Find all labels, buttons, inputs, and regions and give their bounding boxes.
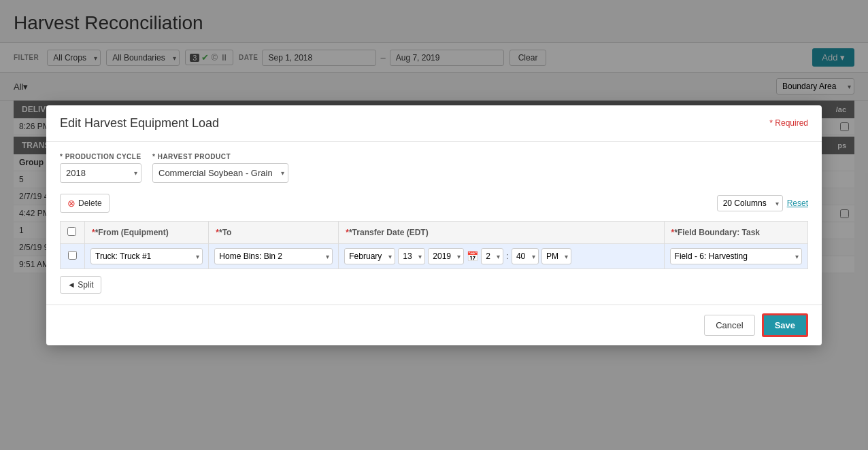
from-select[interactable]: Truck: Truck #1 xyxy=(90,248,203,264)
modal-footer: Cancel Save xyxy=(46,305,822,345)
minute-select-wrap[interactable]: 40 xyxy=(512,248,539,264)
from-select-wrap[interactable]: Truck: Truck #1 xyxy=(90,248,203,264)
required-label: * Required xyxy=(769,118,808,128)
period-select[interactable]: PM xyxy=(541,248,571,264)
col-to-header: **To xyxy=(209,221,339,243)
columns-select[interactable]: 20 Columns xyxy=(717,195,783,211)
harvest-product-group: * HARVEST PRODUCT Commercial Soybean - G… xyxy=(152,153,288,183)
select-all-checkbox[interactable] xyxy=(67,227,76,236)
delete-icon: ⊗ xyxy=(67,198,76,209)
columns-row: 20 Columns Reset xyxy=(717,195,808,211)
actions-row: ⊗ Delete 20 Columns Reset xyxy=(60,194,808,213)
year-select-wrap[interactable]: 2019 xyxy=(428,248,464,264)
field-boundary-cell: Field - 6: Harvesting xyxy=(664,243,807,269)
production-cycle-select[interactable]: 2018 xyxy=(60,163,141,183)
date-group: February 13 2019 xyxy=(344,248,658,264)
day-select-wrap[interactable]: 13 xyxy=(398,248,425,264)
split-row: ◄ Split xyxy=(60,276,808,294)
day-select[interactable]: 13 xyxy=(398,248,425,264)
harvest-product-label: * HARVEST PRODUCT xyxy=(152,153,288,160)
modal-title: Edit Harvest Equipment Load xyxy=(60,116,219,131)
product-form-row: * PRODUCTION CYCLE 2018 * HARVEST PRODUC… xyxy=(60,153,808,183)
split-button[interactable]: ◄ Split xyxy=(60,276,101,294)
modal-overlay: Edit Harvest Equipment Load * Required *… xyxy=(0,0,868,450)
load-table-row: Truck: Truck #1 Home Bins: Bin 2 xyxy=(61,243,808,269)
row-checkbox-cell xyxy=(61,243,85,269)
period-select-wrap[interactable]: PM xyxy=(541,248,571,264)
modal-dialog: Edit Harvest Equipment Load * Required *… xyxy=(46,105,822,345)
field-task-select-wrap[interactable]: Field - 6: Harvesting xyxy=(670,248,802,264)
col-checkbox-header xyxy=(61,221,85,243)
to-select[interactable]: Home Bins: Bin 2 xyxy=(214,248,333,264)
to-cell: Home Bins: Bin 2 xyxy=(209,243,339,269)
cancel-button[interactable]: Cancel xyxy=(704,315,754,336)
col-from-header: **From (Equipment) xyxy=(85,221,209,243)
harvest-product-select-wrap[interactable]: Commercial Soybean - Grain xyxy=(152,163,288,183)
delete-button[interactable]: ⊗ Delete xyxy=(60,194,110,213)
modal-body: * PRODUCTION CYCLE 2018 * HARVEST PRODUC… xyxy=(46,142,822,305)
year-select[interactable]: 2019 xyxy=(428,248,464,264)
production-cycle-group: * PRODUCTION CYCLE 2018 xyxy=(60,153,141,183)
month-select-wrap[interactable]: February xyxy=(344,248,395,264)
minute-select[interactable]: 40 xyxy=(512,248,539,264)
hour-select[interactable]: 2 xyxy=(481,248,503,264)
calendar-icon[interactable]: 📅 xyxy=(467,251,478,262)
month-select[interactable]: February xyxy=(344,248,395,264)
to-select-wrap[interactable]: Home Bins: Bin 2 xyxy=(214,248,333,264)
save-button[interactable]: Save xyxy=(762,313,808,337)
load-table: **From (Equipment) **To **Transfer Date … xyxy=(60,221,808,269)
field-task-select[interactable]: Field - 6: Harvesting xyxy=(670,248,802,264)
time-colon: : xyxy=(506,251,509,261)
col-field-boundary-header: **Field Boundary: Task xyxy=(664,221,807,243)
row-checkbox[interactable] xyxy=(68,251,77,260)
production-cycle-label: * PRODUCTION CYCLE xyxy=(60,153,141,160)
delete-label: Delete xyxy=(78,198,102,208)
modal-header: Edit Harvest Equipment Load * Required xyxy=(46,105,822,142)
col-transfer-date-header: **Transfer Date (EDT) xyxy=(339,221,664,243)
transfer-date-cell: February 13 2019 xyxy=(339,243,664,269)
table-header-row: **From (Equipment) **To **Transfer Date … xyxy=(61,221,808,243)
columns-select-wrap[interactable]: 20 Columns xyxy=(717,195,783,211)
reset-button[interactable]: Reset xyxy=(787,198,808,208)
production-cycle-select-wrap[interactable]: 2018 xyxy=(60,163,141,183)
harvest-product-select[interactable]: Commercial Soybean - Grain xyxy=(152,163,288,183)
hour-select-wrap[interactable]: 2 xyxy=(481,248,503,264)
from-cell: Truck: Truck #1 xyxy=(85,243,209,269)
